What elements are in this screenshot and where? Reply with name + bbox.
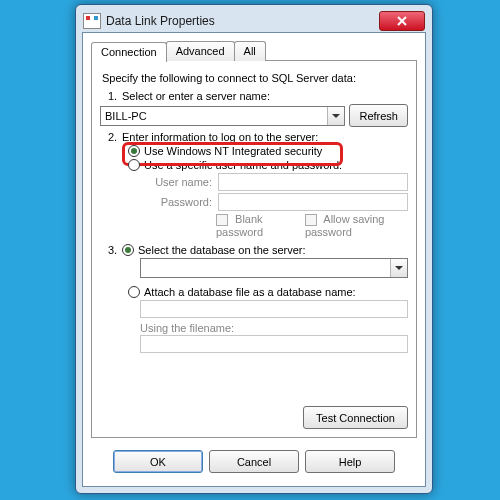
step1-number: 1. xyxy=(108,90,122,102)
test-connection-button[interactable]: Test Connection xyxy=(303,406,408,429)
tab-all[interactable]: All xyxy=(234,41,266,61)
close-icon xyxy=(397,16,407,26)
using-filename-label: Using the filename: xyxy=(140,322,408,334)
titlebar: Data Link Properties xyxy=(81,10,427,32)
blank-password-check: Blank password xyxy=(216,213,293,238)
step3-number: 3. xyxy=(108,244,122,256)
database-combo[interactable] xyxy=(140,258,408,278)
radio-attach-db-input[interactable] xyxy=(128,286,140,298)
radio-select-db-input[interactable] xyxy=(122,244,134,256)
client-area: Connection Advanced All Specify the foll… xyxy=(82,32,426,487)
radio-integrated-security[interactable]: Use Windows NT Integrated security xyxy=(128,145,408,157)
refresh-button[interactable]: Refresh xyxy=(349,104,408,127)
window-title: Data Link Properties xyxy=(106,14,215,28)
tab-advanced[interactable]: Advanced xyxy=(166,41,235,61)
radio-integrated-label: Use Windows NT Integrated security xyxy=(144,145,322,157)
dialog-window: Data Link Properties Connection Advanced… xyxy=(75,4,433,494)
step-2: 2. Enter information to log on to the se… xyxy=(108,131,408,143)
app-icon xyxy=(83,13,101,29)
allow-save-input xyxy=(305,214,317,226)
username-label: User name: xyxy=(146,176,218,188)
password-input xyxy=(218,193,408,211)
radio-select-db-label: Select the database on the server: xyxy=(138,244,306,256)
tab-strip: Connection Advanced All xyxy=(91,41,417,61)
radio-specific-label: Use a specific user name and password: xyxy=(144,159,342,171)
allow-save-check: Allow saving password xyxy=(305,213,408,238)
cancel-button[interactable]: Cancel xyxy=(209,450,299,473)
radio-attach-db[interactable]: Attach a database file as a database nam… xyxy=(128,286,408,298)
radio-select-db[interactable]: Select the database on the server: xyxy=(122,244,306,256)
server-name-combo[interactable]: BILL-PC xyxy=(100,106,345,126)
filename-input xyxy=(140,335,408,353)
username-input xyxy=(218,173,408,191)
close-button[interactable] xyxy=(379,11,425,31)
ok-button[interactable]: OK xyxy=(113,450,203,473)
attach-dbname-input xyxy=(140,300,408,318)
step2-label: Enter information to log on to the serve… xyxy=(122,131,318,143)
chevron-down-icon[interactable] xyxy=(390,259,407,277)
step1-label: Select or enter a server name: xyxy=(122,90,270,102)
password-label: Password: xyxy=(146,196,218,208)
step2-number: 2. xyxy=(108,131,122,143)
help-button[interactable]: Help xyxy=(305,450,395,473)
radio-specific-user[interactable]: Use a specific user name and password: xyxy=(128,159,408,171)
step-1: 1. Select or enter a server name: xyxy=(108,90,408,102)
intro-text: Specify the following to connect to SQL … xyxy=(102,72,408,84)
tab-panel-connection: Specify the following to connect to SQL … xyxy=(91,60,417,438)
blank-password-input xyxy=(216,214,228,226)
dialog-buttons: OK Cancel Help xyxy=(91,450,417,473)
tab-connection[interactable]: Connection xyxy=(91,42,167,62)
radio-integrated-input[interactable] xyxy=(128,145,140,157)
step-3: 3. Select the database on the server: xyxy=(108,244,408,256)
radio-specific-input[interactable] xyxy=(128,159,140,171)
chevron-down-icon[interactable] xyxy=(327,107,344,125)
radio-attach-db-label: Attach a database file as a database nam… xyxy=(144,286,356,298)
server-name-value: BILL-PC xyxy=(101,110,327,122)
